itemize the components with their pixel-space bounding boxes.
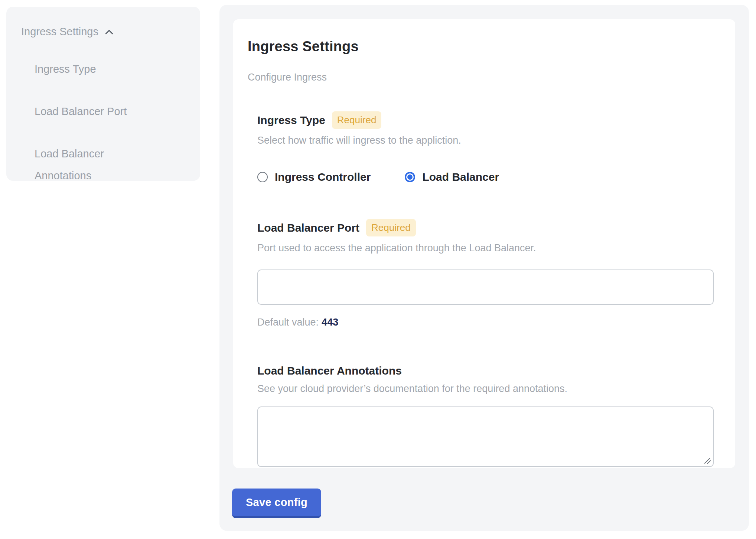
ingress-settings-card: Ingress Settings Configure Ingress Ingre… [233,19,735,468]
annotations-textarea-wrap [257,406,714,467]
radio-label: Ingress Controller [275,171,371,183]
section-description: Select how traffic will ingress to the a… [257,135,712,146]
section-description: See your cloud provider’s documentation … [257,383,712,395]
section-load-balancer-port: Load Balancer Port Required Port used to… [257,219,712,328]
sidebar-item-ingress-type[interactable]: Ingress Type [35,58,157,80]
sidebar-item-label: Ingress Settings [21,26,98,38]
load-balancer-port-input[interactable] [257,270,714,305]
section-ingress-type: Ingress Type Required Select how traffic… [257,111,712,183]
page-subtitle: Configure Ingress [248,72,712,83]
sidebar-item-load-balancer-annotations[interactable]: Load Balancer Annotations [35,143,157,187]
radio-option-ingress-controller[interactable]: Ingress Controller [257,171,371,183]
default-value: 443 [322,317,338,328]
resize-handle-icon[interactable] [703,457,711,465]
save-config-button[interactable]: Save config [232,489,321,518]
chevron-up-icon [104,27,115,38]
required-badge: Required [366,219,416,236]
required-badge: Required [332,111,382,129]
default-value-label: Default value: [257,317,319,328]
section-title: Load Balancer Port [257,222,359,234]
section-title: Ingress Type [257,114,325,127]
radio-unselected-icon[interactable] [257,172,268,182]
default-value-line: Default value:443 [257,317,712,328]
radio-label: Load Balancer [422,171,499,183]
section-description: Port used to access the application thro… [257,242,712,254]
radio-option-load-balancer[interactable]: Load Balancer [405,171,499,183]
section-title: Load Balancer Annotations [257,365,402,377]
sidebar-item-load-balancer-port[interactable]: Load Balancer Port [35,101,157,122]
settings-sidebar: Ingress Settings Ingress Type Load Balan… [6,7,200,181]
load-balancer-annotations-textarea[interactable] [257,406,714,467]
ingress-type-radio-group: Ingress Controller Load Balancer [257,171,712,183]
section-load-balancer-annotations: Load Balancer Annotations See your cloud… [257,365,712,467]
radio-selected-icon[interactable] [405,172,415,182]
sidebar-item-ingress-settings[interactable]: Ingress Settings [21,25,189,38]
page-title: Ingress Settings [248,39,712,55]
